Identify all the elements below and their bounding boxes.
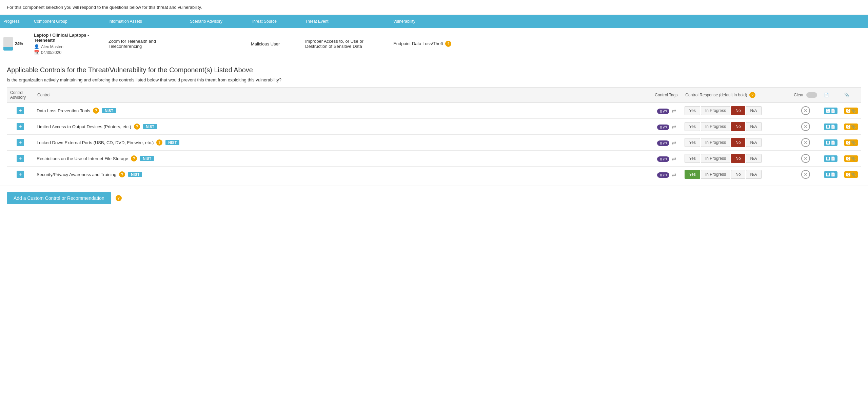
notes-button-2[interactable]: 0 📄 <box>824 139 837 146</box>
inprogress-button-0[interactable]: In Progress <box>701 106 730 115</box>
sync-icon-4[interactable]: ⇄ <box>672 172 676 177</box>
question-area: Is the organization actively maintaining… <box>0 77 868 87</box>
control-cell-4: Security/Privacy Awareness and Training … <box>34 167 651 183</box>
docs-button-0[interactable]: 0 📎 <box>844 108 858 114</box>
response-cell-0: Yes In Progress No N/A <box>682 103 790 119</box>
docs-button-2[interactable]: 0 📎 <box>844 139 858 146</box>
na-button-3[interactable]: N/A <box>746 154 762 163</box>
no-button-4[interactable]: No <box>731 170 745 179</box>
table-row: + Restrictions on the Use of Internet Fi… <box>7 151 861 167</box>
control-help-icon-0[interactable]: ? <box>93 108 99 114</box>
docs-attach-icon-4: 📎 <box>851 172 856 177</box>
tag-icon-2: 🏷 <box>663 141 667 145</box>
tags-cell-3: 0 🏷 ⇄ <box>651 151 682 167</box>
notes-cell-2: 0 📄 <box>821 135 841 151</box>
notes-button-3[interactable]: 0 📄 <box>824 155 837 162</box>
notes-cell-4: 0 📄 <box>821 167 841 183</box>
notes-count-1: 0 <box>826 125 830 129</box>
docs-cell-3: 0 📎 <box>841 151 861 167</box>
no-button-3[interactable]: No <box>731 154 745 163</box>
docs-button-1[interactable]: 0 📎 <box>844 123 858 130</box>
header-threat-source: Threat Source <box>248 18 302 25</box>
sync-icon-3[interactable]: ⇄ <box>672 156 676 161</box>
expand-button-4[interactable]: + <box>17 171 24 178</box>
clear-button-3[interactable]: ✕ <box>801 154 810 163</box>
clear-button-0[interactable]: ✕ <box>801 106 810 115</box>
docs-button-3[interactable]: 0 📎 <box>844 155 858 162</box>
progress-cell: 24% <box>0 36 31 52</box>
component-group-name: Laptop / Clinical Laptops - Telehealth <box>34 33 102 43</box>
advisory-cell-4: + <box>7 167 34 183</box>
vulnerability-help-icon[interactable]: ? <box>445 41 451 47</box>
yes-button-0[interactable]: Yes <box>685 106 700 115</box>
expand-button-0[interactable]: + <box>17 107 24 114</box>
control-help-icon-4[interactable]: ? <box>119 171 125 177</box>
information-assets-cell: Zoom for Telehealth and Teleconferencing <box>105 37 186 50</box>
control-name-4: Security/Privacy Awareness and Training <box>37 172 116 177</box>
control-name-2: Locked Down External Ports (USB, CD, DVD… <box>37 140 154 145</box>
notes-button-4[interactable]: 0 📄 <box>824 171 837 178</box>
add-custom-button[interactable]: Add a Custom Control or Recommendation <box>7 192 111 204</box>
inprogress-button-4[interactable]: In Progress <box>701 170 730 179</box>
response-buttons-4: Yes In Progress No N/A <box>685 170 788 179</box>
no-button-1[interactable]: No <box>731 122 745 131</box>
clear-cell-3: ✕ <box>790 151 821 167</box>
controls-table: Control Advisory Control Control Tags Co… <box>7 87 861 182</box>
no-button-0[interactable]: No <box>731 106 745 115</box>
clear-button-1[interactable]: ✕ <box>801 122 810 131</box>
nist-button-2[interactable]: NIST <box>165 140 179 145</box>
expand-button-2[interactable]: + <box>17 139 24 146</box>
yes-button-4[interactable]: Yes <box>685 170 700 179</box>
user-icon: 👤 <box>34 44 39 49</box>
tag-badge-0: 0 🏷 <box>657 109 669 114</box>
tag-badge-3: 0 🏷 <box>657 156 669 162</box>
response-buttons-0: Yes In Progress No N/A <box>685 106 788 115</box>
clear-button-4[interactable]: ✕ <box>801 170 810 179</box>
na-button-2[interactable]: N/A <box>746 138 762 147</box>
expand-button-3[interactable]: + <box>17 155 24 162</box>
advisory-cell-1: + <box>7 119 34 135</box>
sync-icon-1[interactable]: ⇄ <box>672 124 676 130</box>
notes-button-1[interactable]: 0 📄 <box>824 123 837 130</box>
sync-icon-0[interactable]: ⇄ <box>672 108 676 114</box>
controls-table-wrapper: Control Advisory Control Control Tags Co… <box>0 87 868 182</box>
nist-button-1[interactable]: NIST <box>143 124 157 129</box>
inprogress-button-1[interactable]: In Progress <box>701 122 730 131</box>
yes-button-2[interactable]: Yes <box>685 138 700 147</box>
calendar-icon: 📅 <box>34 50 39 55</box>
sync-icon-2[interactable]: ⇄ <box>672 140 676 146</box>
nist-button-3[interactable]: NIST <box>140 156 154 161</box>
inprogress-button-2[interactable]: In Progress <box>701 138 730 147</box>
clear-cell-0: ✕ <box>790 103 821 119</box>
docs-cell-2: 0 📎 <box>841 135 861 151</box>
notes-button-0[interactable]: 1 📄 <box>824 108 837 114</box>
controls-table-head: Control Advisory Control Control Tags Co… <box>7 88 861 103</box>
nist-button-4[interactable]: NIST <box>128 172 142 177</box>
clear-toggle[interactable] <box>806 92 817 98</box>
docs-button-4[interactable]: 0 📎 <box>844 171 858 178</box>
control-help-icon-1[interactable]: ? <box>134 123 140 130</box>
na-button-0[interactable]: N/A <box>746 106 762 115</box>
th-docs: 📎 <box>841 88 861 103</box>
clear-button-2[interactable]: ✕ <box>801 138 810 147</box>
tag-badge-1: 0 🏷 <box>657 125 669 130</box>
response-help-icon[interactable]: ? <box>749 92 755 98</box>
add-custom-help-icon[interactable]: ? <box>116 195 122 201</box>
control-help-icon-2[interactable]: ? <box>156 139 162 146</box>
expand-button-1[interactable]: + <box>17 123 24 130</box>
nist-button-0[interactable]: NIST <box>102 108 116 113</box>
docs-cell-0: 0 📎 <box>841 103 861 119</box>
inprogress-button-3[interactable]: In Progress <box>701 154 730 163</box>
na-button-1[interactable]: N/A <box>746 122 762 131</box>
meta-user: 👤 Alex Masten <box>34 44 102 49</box>
th-response: Control Response (default in bold) ? <box>682 88 790 103</box>
clear-cell-2: ✕ <box>790 135 821 151</box>
table-row: + Limited Access to Output Devices (Prin… <box>7 119 861 135</box>
table-row: + Data Loss Prevention Tools ? NIST 0 🏷 … <box>7 103 861 119</box>
yes-button-1[interactable]: Yes <box>685 122 700 131</box>
yes-button-3[interactable]: Yes <box>685 154 700 163</box>
no-button-2[interactable]: No <box>731 138 745 147</box>
na-button-4[interactable]: N/A <box>746 170 762 179</box>
control-help-icon-3[interactable]: ? <box>131 155 137 161</box>
notes-page-icon-0: 📄 <box>831 109 835 113</box>
